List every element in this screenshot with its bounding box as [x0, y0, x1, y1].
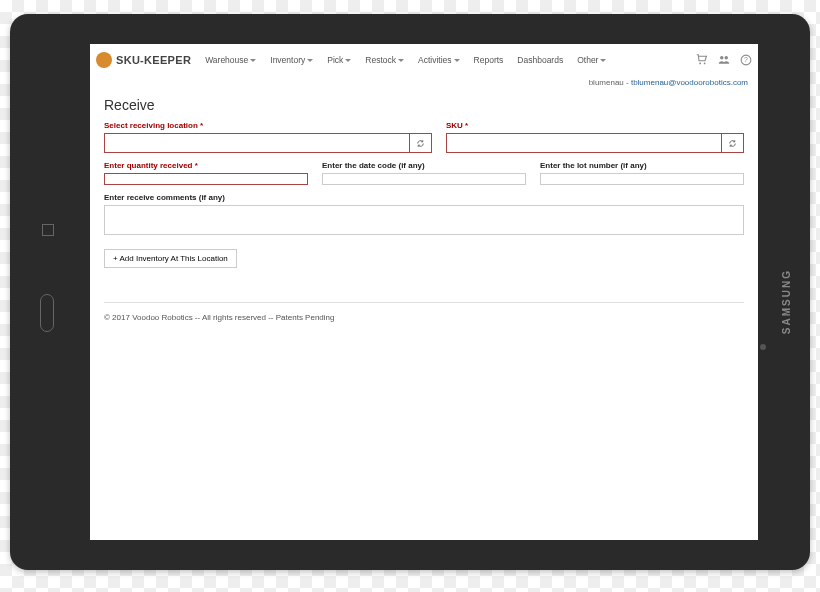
nav-items: Warehouse Inventory Pick Restock Activit… — [199, 51, 612, 69]
comments-label: Enter receive comments (if any) — [104, 193, 744, 202]
nav-activities[interactable]: Activities — [412, 51, 466, 69]
svg-text:?: ? — [744, 56, 748, 63]
nav-reports[interactable]: Reports — [468, 51, 510, 69]
chevron-down-icon — [250, 59, 256, 62]
nav-dashboards[interactable]: Dashboards — [511, 51, 569, 69]
nav-other[interactable]: Other — [571, 51, 612, 69]
user-line: blumenau - tblumenau@voodoorobotics.com — [90, 76, 758, 93]
location-refresh-button[interactable] — [410, 133, 432, 153]
navbar: SKU-KEEPER Warehouse Inventory Pick Rest… — [90, 44, 758, 76]
user-name: blumenau — [589, 78, 624, 87]
sku-label: SKU * — [446, 121, 744, 130]
users-icon[interactable] — [718, 54, 730, 66]
divider — [104, 302, 744, 303]
chevron-down-icon — [398, 59, 404, 62]
nav-inventory[interactable]: Inventory — [264, 51, 319, 69]
camera-dot — [760, 344, 766, 350]
footer-text: © 2017 Voodoo Robotics -- All rights res… — [104, 313, 744, 322]
location-label: Select receiving location * — [104, 121, 432, 130]
qty-label: Enter quantity received * — [104, 161, 308, 170]
user-email-link[interactable]: tblumenau@voodoorobotics.com — [631, 78, 748, 87]
brand-logo-icon — [96, 52, 112, 68]
date-code-label: Enter the date code (if any) — [322, 161, 526, 170]
brand-name: SKU-KEEPER — [116, 54, 191, 66]
date-code-input[interactable] — [322, 173, 526, 185]
comments-textarea[interactable] — [104, 205, 744, 235]
svg-point-0 — [699, 62, 701, 64]
screen: SKU-KEEPER Warehouse Inventory Pick Rest… — [90, 44, 758, 540]
sku-input[interactable] — [446, 133, 722, 153]
nav-warehouse[interactable]: Warehouse — [199, 51, 262, 69]
cart-icon[interactable] — [696, 54, 708, 66]
refresh-icon — [416, 139, 425, 148]
sku-refresh-button[interactable] — [722, 133, 744, 153]
qty-input[interactable] — [104, 173, 308, 185]
nav-restock[interactable]: Restock — [359, 51, 410, 69]
nav-right-icons: ? — [696, 54, 752, 66]
svg-point-2 — [720, 56, 723, 59]
lot-label: Enter the lot number (if any) — [540, 161, 744, 170]
add-inventory-button[interactable]: + Add Inventory At This Location — [104, 249, 237, 268]
nav-pick[interactable]: Pick — [321, 51, 357, 69]
brand[interactable]: SKU-KEEPER — [96, 52, 191, 68]
chevron-down-icon — [454, 59, 460, 62]
tablet-frame: SAMSUNG SKU-KEEPER Warehouse Inventory P… — [10, 14, 810, 570]
svg-point-3 — [725, 56, 728, 59]
svg-point-1 — [704, 62, 706, 64]
lot-input[interactable] — [540, 173, 744, 185]
page-title: Receive — [104, 97, 744, 113]
location-input[interactable] — [104, 133, 410, 153]
refresh-icon — [728, 139, 737, 148]
chevron-down-icon — [345, 59, 351, 62]
chevron-down-icon — [600, 59, 606, 62]
device-brand: SAMSUNG — [781, 269, 792, 334]
help-icon[interactable]: ? — [740, 54, 752, 66]
chevron-down-icon — [307, 59, 313, 62]
page-content: Receive Select receiving location * SKU … — [90, 93, 758, 326]
